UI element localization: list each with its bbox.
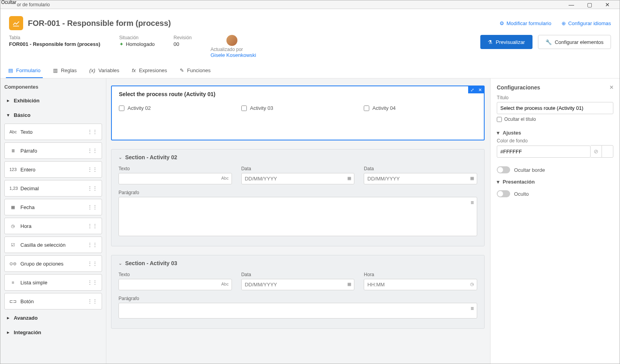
properties-close-icon[interactable]: × bbox=[610, 84, 613, 91]
paragraph-icon: ≣ bbox=[470, 200, 474, 205]
tab-variables[interactable]: (x) Variables bbox=[87, 64, 122, 78]
tab-expressions[interactable]: fx Expresiones bbox=[129, 64, 170, 78]
meta-updated-user-link[interactable]: Gisele Kosenkowski bbox=[210, 52, 256, 58]
texto-input[interactable] bbox=[119, 173, 232, 184]
field-data2-label: Data bbox=[364, 166, 477, 171]
prop-hide-title[interactable]: Ocultar el título bbox=[497, 116, 613, 122]
date-field-1[interactable]: ▦ bbox=[241, 173, 355, 184]
component-item-párrafo[interactable]: ≣Párrafo bbox=[4, 142, 102, 159]
prop-presentation-label: Presentación bbox=[503, 179, 535, 185]
date-field-2[interactable]: ▦ bbox=[364, 173, 477, 184]
modify-form-link[interactable]: ⚙ Modificar formulario bbox=[500, 20, 551, 26]
component-item-texto[interactable]: AbcTexto bbox=[4, 124, 102, 140]
checkbox-label-activity-02: Activity 02 bbox=[128, 105, 151, 111]
paragraph3-field[interactable]: ≣ bbox=[119, 303, 477, 320]
prop-titulo-input[interactable] bbox=[497, 102, 613, 114]
checkbox-activity-02[interactable]: Activity 02 bbox=[119, 105, 232, 111]
tab-functions[interactable]: ✎ Funciones bbox=[177, 64, 213, 78]
form-canvas[interactable]: ⤢ ✕ Select the process route (Activity 0… bbox=[106, 78, 490, 364]
configure-languages-link[interactable]: ⊕ Configurar idiomas bbox=[562, 20, 611, 26]
window-close-button[interactable]: ✕ bbox=[598, 0, 616, 9]
sidebar-title: Componentes bbox=[4, 84, 102, 90]
clock-icon[interactable]: ◷ bbox=[470, 282, 474, 287]
calendar-icon[interactable]: ▦ bbox=[347, 176, 351, 181]
component-item-fecha[interactable]: ▦Fecha bbox=[4, 199, 102, 215]
checkbox-input-activity-04[interactable] bbox=[364, 106, 369, 111]
section-activity-03[interactable]: ⌄ Section - Activity 03 Texto Abc bbox=[111, 255, 485, 329]
window-minimize-button[interactable]: — bbox=[562, 0, 580, 9]
field-paragraph-label: Parágrafo bbox=[119, 190, 477, 195]
window-maximize-button[interactable]: ▢ bbox=[580, 0, 598, 9]
component-item-label: Grupo de opciones bbox=[20, 261, 64, 267]
configure-elements-button[interactable]: 🔧 Configurar elementos bbox=[538, 35, 611, 49]
group-advanced-header[interactable]: ▸ Avanzado bbox=[4, 312, 102, 324]
window-title: or de formulario bbox=[17, 2, 50, 7]
checkbox-activity-04[interactable]: Activity 04 bbox=[364, 105, 477, 111]
drag-handle-icon[interactable] bbox=[88, 186, 98, 191]
group-advanced-label: Avanzado bbox=[14, 315, 38, 321]
date-input-1[interactable] bbox=[241, 173, 355, 184]
section-expand-icon[interactable]: ⤢ bbox=[468, 86, 476, 93]
time-input[interactable] bbox=[364, 279, 477, 290]
variable-icon: (x) bbox=[89, 67, 95, 73]
texto-field[interactable]: Abc bbox=[119, 173, 232, 184]
drag-handle-icon[interactable] bbox=[88, 204, 98, 210]
toggle-hide-border[interactable] bbox=[497, 166, 510, 173]
preview-button[interactable]: ⚗ Previsualizar bbox=[480, 35, 532, 49]
header-links: ⚙ Modificar formulario ⊕ Configurar idio… bbox=[500, 20, 611, 26]
drag-handle-icon[interactable] bbox=[88, 223, 98, 229]
component-item-grupo-de-opciones[interactable]: ⊙⊝Grupo de opciones bbox=[4, 255, 102, 272]
prop-hide-title-checkbox[interactable] bbox=[497, 117, 502, 122]
prop-ajustes-label: Ajustes bbox=[503, 130, 521, 136]
toggle-oculto[interactable] bbox=[497, 190, 510, 197]
time-field[interactable]: ◷ bbox=[364, 279, 477, 290]
meta-updated-label: Actualizado por bbox=[210, 47, 256, 52]
prop-hide-border[interactable]: Ocultar borde bbox=[497, 163, 613, 177]
component-item-casilla-de-selección[interactable]: ☑Casilla de selección bbox=[4, 237, 102, 253]
chevron-down-icon: ▾ bbox=[497, 179, 500, 185]
section-remove-icon[interactable]: ✕ bbox=[476, 86, 484, 93]
prop-bgcolor-input[interactable] bbox=[497, 146, 591, 158]
checkbox-input-activity-03[interactable] bbox=[241, 106, 247, 111]
drag-handle-icon[interactable] bbox=[88, 148, 98, 153]
drag-handle-icon[interactable] bbox=[88, 261, 98, 266]
component-item-hora[interactable]: ◷Hora bbox=[4, 218, 102, 234]
prop-bgcolor-swatch[interactable] bbox=[602, 145, 613, 158]
drag-handle-icon[interactable] bbox=[88, 242, 98, 248]
prop-presentation-header[interactable]: ▾ Presentación bbox=[497, 177, 613, 187]
component-item-botón[interactable]: ⊏⊐Botón bbox=[4, 293, 102, 309]
paragraph3-textarea[interactable] bbox=[119, 303, 477, 318]
paragraph-field[interactable]: ≣ bbox=[119, 197, 477, 237]
field-data3-label: Data bbox=[241, 272, 355, 277]
tab-rules[interactable]: ▥ Reglas bbox=[51, 64, 79, 78]
texto3-input[interactable] bbox=[119, 279, 232, 290]
meta-revision-value: 00 bbox=[173, 41, 191, 47]
component-item-lista-simple[interactable]: ≡Lista simple bbox=[4, 274, 102, 291]
group-exhibition-header[interactable]: ▸ Exhibición bbox=[4, 95, 102, 107]
paragraph-textarea[interactable] bbox=[119, 197, 477, 236]
component-item-entero[interactable]: 123Entero bbox=[4, 161, 102, 178]
date3-input[interactable] bbox=[241, 279, 355, 290]
group-basic-header[interactable]: ▾ Básico bbox=[4, 109, 102, 121]
prop-oculto[interactable]: Oculto bbox=[497, 187, 613, 200]
checkbox-input-activity-02[interactable] bbox=[119, 106, 124, 111]
tab-form[interactable]: ▤ Formulario bbox=[6, 64, 43, 78]
texto3-field[interactable]: Abc bbox=[119, 279, 232, 290]
section-activity-01[interactable]: ⤢ ✕ Select the process route (Activity 0… bbox=[111, 86, 485, 140]
component-item-decimal[interactable]: 1,23Decimal bbox=[4, 180, 102, 197]
drag-handle-icon[interactable] bbox=[88, 129, 98, 135]
date-input-2[interactable] bbox=[364, 173, 477, 184]
date3-field[interactable]: ▦ bbox=[241, 279, 355, 290]
prop-bgcolor-clear-icon[interactable]: ⊘ bbox=[591, 145, 602, 158]
calendar-icon[interactable]: ▦ bbox=[470, 176, 474, 181]
drag-handle-icon[interactable] bbox=[88, 298, 98, 304]
drag-handle-icon[interactable] bbox=[88, 167, 98, 172]
wrench-icon: 🔧 bbox=[545, 39, 552, 45]
calendar-icon[interactable]: ▦ bbox=[347, 282, 351, 287]
drag-handle-icon[interactable] bbox=[88, 280, 98, 285]
prop-ajustes-header[interactable]: ▾ Ajustes bbox=[497, 127, 613, 138]
checkbox-activity-03[interactable]: Activity 03 bbox=[241, 105, 354, 111]
field-texto-label: Texto bbox=[119, 166, 232, 171]
section-activity-02[interactable]: ⌄ Section - Activity 02 Texto Abc bbox=[111, 149, 485, 246]
group-integration-header[interactable]: ▸ Integración bbox=[4, 326, 102, 339]
